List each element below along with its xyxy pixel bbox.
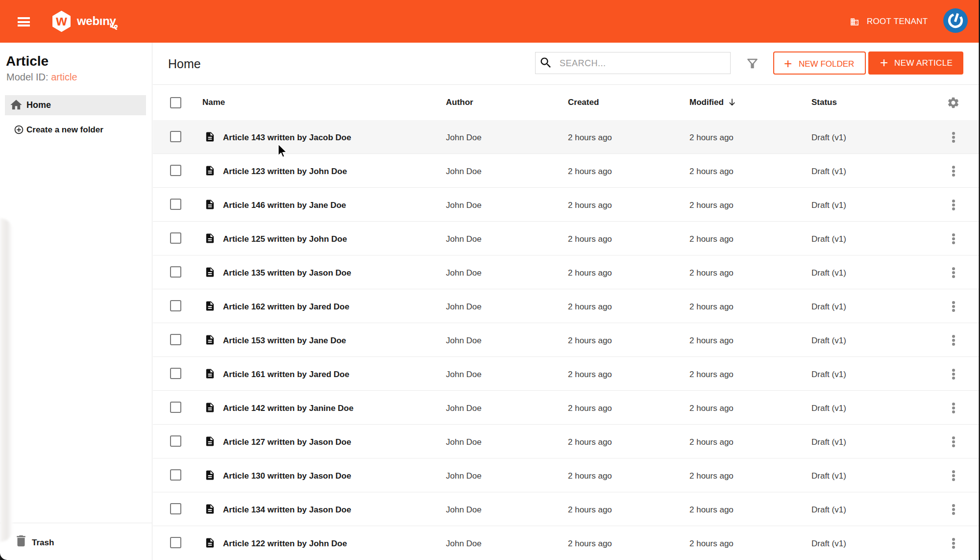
svg-text:w: w: [55, 13, 67, 28]
